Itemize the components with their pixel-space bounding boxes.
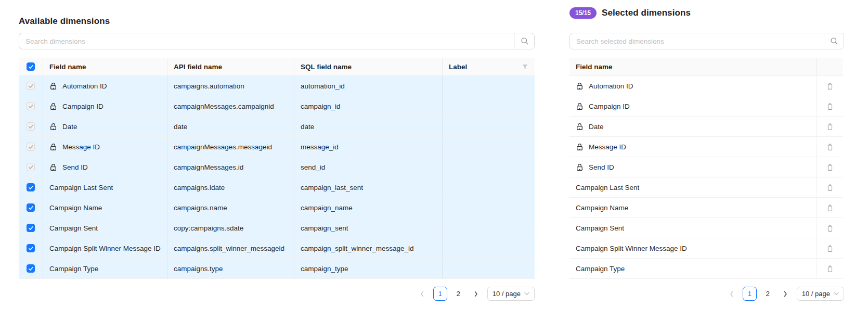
row-checkbox[interactable] (27, 183, 35, 191)
sql-field-name-cell: campaign_name (294, 198, 443, 217)
row-checkbox (27, 102, 35, 110)
field-name: Send ID (589, 163, 614, 171)
trash-icon (826, 163, 834, 171)
page-size-value: 10 / page (493, 290, 521, 298)
delete-row-button[interactable] (824, 141, 836, 153)
page-2-button[interactable]: 2 (451, 287, 465, 301)
sql-field-name-cell: campaign_type (294, 259, 443, 278)
lock-icon (576, 163, 584, 171)
delete-row-button[interactable] (824, 100, 836, 112)
delete-row-button[interactable] (824, 121, 836, 133)
label-cell (443, 218, 535, 238)
page-size-select[interactable]: 10 / page (487, 287, 535, 301)
field-name: Date (589, 123, 604, 131)
table-row: Campaign Last Sent campaigns.ldate campa… (19, 177, 535, 198)
trash-icon (826, 143, 834, 151)
row-checkbox-cell (19, 96, 43, 116)
selected-table-body: Automation ID Campaign ID (569, 76, 843, 279)
field-name-cell: Automation ID (569, 76, 817, 96)
row-checkbox-cell (19, 198, 43, 217)
lock-icon (49, 82, 57, 90)
field-name: Campaign Split Winner Message ID (49, 245, 161, 252)
trash-icon (826, 265, 834, 273)
table-row: Campaign Sent (569, 218, 843, 238)
field-name: Automation ID (62, 82, 107, 90)
selected-search-button[interactable] (824, 33, 844, 49)
row-checkbox (27, 122, 35, 131)
field-name-cell: Campaign Name (43, 198, 167, 217)
available-dimensions-title: Available dimensions (19, 16, 110, 27)
row-checkbox[interactable] (27, 244, 35, 252)
row-checkbox[interactable] (27, 203, 35, 212)
table-row: Campaign Type (569, 259, 843, 279)
prev-page-button[interactable] (416, 287, 429, 301)
label-cell (443, 238, 535, 258)
field-name: Campaign Sent (576, 224, 624, 232)
delete-row-button[interactable] (824, 222, 836, 234)
label-cell (443, 117, 535, 136)
prev-page-button[interactable] (725, 287, 739, 301)
delete-row-button[interactable] (824, 182, 836, 194)
sql-field-name-cell: message_id (294, 137, 443, 157)
delete-row-button[interactable] (824, 202, 836, 214)
available-search-button[interactable] (514, 33, 534, 49)
next-page-button[interactable] (779, 287, 793, 301)
trash-icon (826, 245, 834, 252)
row-checkbox-cell (19, 76, 43, 96)
api-field-name-cell: campaigns.automation (167, 76, 294, 96)
label-cell (443, 137, 535, 157)
row-checkbox[interactable] (27, 264, 35, 273)
row-checkbox[interactable] (27, 224, 35, 232)
row-checkbox (27, 163, 35, 171)
chevron-left-icon (419, 291, 425, 297)
available-search-input[interactable] (19, 33, 514, 49)
field-name: Automation ID (589, 82, 633, 90)
table-row: Campaign Sent copy:campaigns.sdate campa… (19, 218, 535, 238)
select-all-checkbox[interactable] (27, 62, 35, 71)
field-name: Campaign Type (49, 265, 98, 273)
search-icon (830, 37, 838, 45)
selected-dimensions-header: 15/15 Selected dimensions (569, 7, 691, 19)
chevron-down-icon (524, 292, 529, 296)
api-field-name-cell: campaigns.type (167, 259, 294, 278)
page-1-button[interactable]: 1 (743, 287, 757, 301)
field-name: Campaign Sent (49, 224, 98, 232)
next-page-button[interactable] (470, 287, 483, 301)
table-row: Campaign Name (569, 198, 843, 218)
trash-icon (826, 82, 834, 90)
table-row: Campaign Split Winner Message ID campaig… (19, 238, 535, 259)
delete-row-button[interactable] (824, 263, 836, 275)
column-header-api-field-name: API field name (167, 58, 294, 75)
table-row: Campaign Last Sent (569, 177, 843, 198)
selected-search-input[interactable] (570, 33, 824, 49)
delete-row-button[interactable] (824, 161, 836, 173)
field-name-cell: Campaign ID (43, 96, 167, 116)
available-pagination: 1 2 10 / page (416, 287, 535, 301)
lock-icon (576, 123, 584, 131)
page-1-button[interactable]: 1 (433, 287, 447, 301)
filter-icon[interactable] (522, 63, 528, 70)
actions-cell (817, 218, 843, 238)
field-name: Campaign Last Sent (49, 184, 113, 191)
selected-pagination: 1 2 10 / page (725, 287, 844, 301)
sql-field-name-cell: automation_id (294, 76, 443, 96)
delete-row-button[interactable] (824, 80, 836, 92)
label-cell (443, 157, 535, 177)
page-size-select[interactable]: 10 / page (797, 287, 844, 301)
table-row: Message ID (569, 137, 843, 157)
page-size-value: 10 / page (802, 290, 830, 298)
field-name-cell: Date (43, 117, 167, 136)
delete-row-button[interactable] (824, 242, 836, 254)
table-row: Message ID campaignMessages.messageid me… (19, 137, 535, 157)
page-2-button[interactable]: 2 (761, 287, 775, 301)
field-name-cell: Automation ID (43, 76, 167, 96)
chevron-right-icon (783, 291, 788, 297)
table-row: Campaign Name campaigns.name campaign_na… (19, 198, 535, 218)
selected-table-header: Field name (569, 58, 843, 76)
column-header-actions (817, 58, 843, 75)
chevron-down-icon (834, 292, 839, 296)
label-cell (443, 76, 535, 96)
field-name-cell: Campaign Name (569, 198, 817, 217)
field-name: Send ID (62, 163, 88, 171)
available-dimensions-table: Field name API field name SQL field name… (19, 58, 535, 279)
